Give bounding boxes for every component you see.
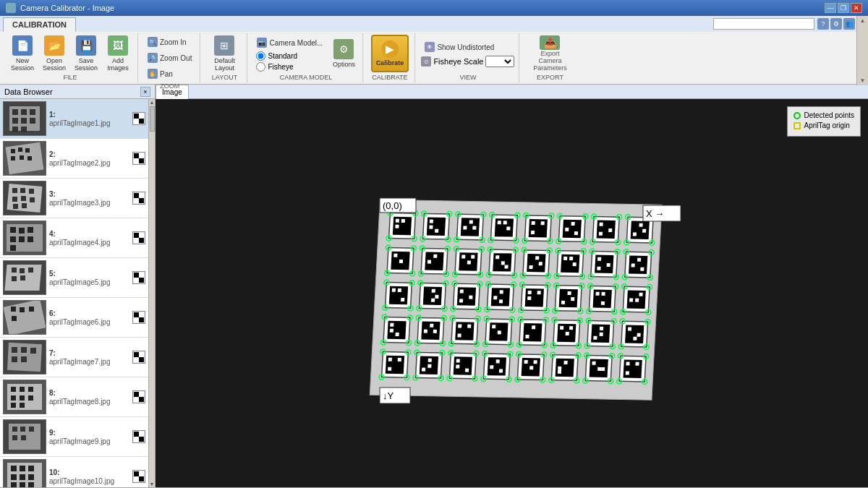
sidebar-item-2[interactable]: 2: aprilTagImage2.jpg: [0, 139, 148, 179]
new-session-button[interactable]: 📄 NewSession: [7, 35, 38, 72]
svg-rect-249: [573, 262, 576, 266]
check-pattern-2: [134, 153, 144, 163]
svg-rect-365: [467, 324, 471, 328]
sidebar-item-5[interactable]: 5: aprilTagImage5.jpg: [0, 258, 148, 298]
thumb-7: [3, 340, 46, 374]
fisheye-scale-dropdown[interactable]: [485, 56, 514, 67]
svg-rect-435: [456, 364, 459, 368]
svg-rect-34: [13, 204, 18, 209]
board-svg: (0,0) X → ↓Y: [367, 178, 685, 409]
svg-rect-109: [134, 437, 139, 442]
fisheye-scale-label: Fisheye Scale: [433, 57, 483, 66]
scrollbar-thumb[interactable]: [150, 106, 155, 132]
title-bar-controls: — ❐ ✕: [825, 3, 862, 13]
thumb-img-6: [4, 301, 46, 334]
show-undistorted-button[interactable]: 👁 Show Undistorted: [421, 40, 514, 54]
thumb-6: [3, 300, 46, 335]
standard-radio[interactable]: [256, 51, 265, 61]
close-button[interactable]: ✕: [851, 3, 862, 13]
zoom-out-button[interactable]: 🔎 Zoom Out: [144, 51, 195, 65]
item-info-7: 7: aprilTagImage7.jpg: [49, 349, 129, 366]
svg-rect-113: [20, 466, 25, 471]
svg-rect-167: [529, 218, 548, 236]
save-icon: 💾: [76, 35, 96, 56]
svg-rect-150: [469, 220, 473, 223]
svg-rect-95: [134, 392, 139, 397]
restore-button[interactable]: ❐: [838, 3, 849, 13]
svg-rect-399: [600, 332, 603, 335]
standard-radio-label[interactable]: Standard: [256, 51, 297, 61]
svg-rect-120: [28, 482, 34, 487]
export-button[interactable]: 📤 Export CameraParameters: [528, 35, 571, 72]
title-bar-left: Camera Calibrator - Image: [6, 3, 114, 13]
minimize-button[interactable]: —: [825, 3, 836, 13]
svg-rect-160: [503, 221, 507, 224]
layout-group-label: LAYOUT: [212, 72, 237, 81]
svg-rect-69: [12, 316, 17, 321]
sidebar-item-4[interactable]: 4: aprilTagImage4.jpg: [0, 218, 148, 258]
svg-rect-454: [529, 366, 533, 369]
svg-rect-43: [19, 228, 25, 234]
sidebar-item-9[interactable]: 9: aprilTagImage9.jpg: [0, 417, 148, 457]
default-layout-button[interactable]: ⊞ DefaultLayout: [206, 35, 242, 72]
svg-rect-319: [568, 291, 571, 294]
layout-group: ⊞ DefaultLayout LAYOUT: [202, 33, 247, 82]
svg-rect-461: [564, 360, 568, 364]
add-images-label: AddImages: [107, 57, 129, 72]
svg-rect-478: [624, 359, 642, 377]
svg-rect-444: [490, 365, 493, 369]
sidebar-item-8[interactable]: 8: aprilTagImage8.jpg: [0, 377, 148, 417]
sidebar-item-1[interactable]: 1: aprilTagImage1.jpg: [0, 99, 148, 139]
sidebar-item-3[interactable]: 3: aprilTagImage3.jpg: [0, 179, 148, 218]
options-button[interactable]: ⚙ Options: [329, 35, 358, 72]
svg-rect-301: [500, 290, 503, 294]
search-input[interactable]: [713, 18, 814, 30]
thumb-3: [3, 181, 46, 215]
zoom-in-button[interactable]: 🔍 Zoom In: [144, 35, 195, 49]
help-button[interactable]: ?: [817, 18, 829, 30]
calibrate-button[interactable]: ▶ Calibrate: [371, 35, 409, 72]
calibration-tab[interactable]: CALIBRATION: [3, 17, 76, 32]
sidebar-header: Data Browser ×: [0, 85, 155, 99]
check-pattern-4: [134, 233, 144, 243]
sidebar-scrollbar[interactable]: ▲ ▼: [148, 99, 155, 487]
camera-model-btn[interactable]: 📷 Camera Model...: [253, 35, 326, 50]
svg-rect-185: [597, 220, 616, 238]
sidebar-close-button[interactable]: ×: [140, 87, 150, 97]
community-icon[interactable]: 👥: [843, 18, 855, 30]
thumb-img-3: [4, 181, 46, 215]
camera-model-controls: 📷 Camera Model... Standard Fisheye: [253, 35, 326, 72]
svg-rect-50: [139, 238, 144, 243]
sidebar-item-7[interactable]: 7: aprilTagImage7.jpg: [0, 338, 148, 377]
item-num-8: 8:: [49, 389, 129, 397]
svg-rect-42: [10, 227, 16, 233]
svg-rect-97: [139, 392, 144, 397]
item-name-2: aprilTagImage2.jpg: [49, 159, 129, 167]
add-images-button[interactable]: 🖼 AddImages: [103, 35, 133, 72]
svg-rect-197: [633, 232, 637, 236]
open-session-button[interactable]: 📂 OpenSession: [39, 35, 69, 72]
scrollbar-up-arrow[interactable]: ▲: [150, 100, 155, 105]
main-area: Data Browser ×: [0, 85, 868, 487]
svg-rect-321: [571, 297, 574, 301]
svg-rect-348: [396, 332, 399, 335]
save-session-button[interactable]: 💾 SaveSession: [71, 35, 101, 72]
sidebar-scroll-container: 1: aprilTagImage1.jpg: [0, 99, 155, 487]
svg-rect-381: [532, 325, 535, 329]
fisheye-radio-label[interactable]: Fisheye: [256, 62, 297, 72]
layout-buttons: ⊞ DefaultLayout: [206, 35, 242, 72]
svg-rect-52: [134, 238, 139, 243]
sidebar-item-10[interactable]: 10: aprilTagImage10.jpg: [0, 457, 148, 487]
svg-rect-337: [639, 292, 643, 296]
svg-rect-170: [531, 231, 535, 234]
fisheye-radio[interactable]: [256, 62, 265, 72]
camera-model-group: 📷 Camera Model... Standard Fisheye: [249, 33, 363, 82]
pan-button[interactable]: ✋ Pan: [144, 67, 195, 81]
settings-icon[interactable]: ⚙: [830, 18, 842, 30]
sidebar-item-6[interactable]: 6: aprilTagImage6.jpg: [0, 298, 148, 338]
svg-rect-453: [534, 360, 537, 364]
scrollbar-down-arrow[interactable]: ▼: [150, 481, 155, 487]
item-info-6: 6: aprilTagImage6.jpg: [49, 309, 129, 326]
item-num-9: 9:: [49, 429, 129, 437]
svg-rect-276: [401, 297, 404, 301]
